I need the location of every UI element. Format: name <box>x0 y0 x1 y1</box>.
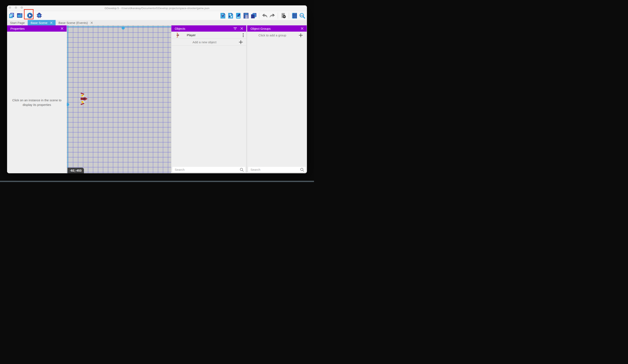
minimize-window-button[interactable] <box>15 6 17 9</box>
redo-button[interactable] <box>269 13 275 19</box>
cursor-coordinates-badge: -92;-453 <box>68 168 84 173</box>
instances-list-icon <box>243 13 249 19</box>
grid-icon <box>292 13 298 19</box>
panel-title: Properties <box>10 27 25 30</box>
start-preview-button[interactable] <box>27 12 33 18</box>
zoom-window-button[interactable] <box>21 6 23 9</box>
filter-icon <box>234 27 237 30</box>
close-panel-button[interactable] <box>60 26 65 31</box>
window-title: GDevelop 5 - /Users/dkarakay/Documents/G… <box>7 7 307 10</box>
svg-text:1:1: 1:1 <box>301 14 303 16</box>
kebab-menu-icon <box>242 33 244 37</box>
add-new-object-row[interactable]: Add a new object <box>171 39 246 46</box>
zoom-original-button[interactable]: 1:1 <box>299 13 305 19</box>
tab-start-page[interactable]: Start Page <box>7 20 28 25</box>
redo-icon <box>269 13 275 19</box>
zoom-1-1-icon: 1:1 <box>299 13 305 19</box>
tab-label: Base Scene (Events) <box>59 21 88 25</box>
properties-panel: Properties Click on an instance in the s… <box>7 25 67 173</box>
object-name: Player <box>187 33 240 37</box>
properties-panel-header: Properties <box>7 25 67 32</box>
panel-title: Objects <box>175 27 185 30</box>
groups-search-bar <box>248 167 306 173</box>
project-manager-icon <box>8 12 14 18</box>
tab-base-scene[interactable]: Base Scene <box>28 20 56 25</box>
object-menu-button[interactable] <box>240 33 246 37</box>
objects-panel: Objects Player <box>171 25 246 173</box>
properties-icon <box>235 13 241 19</box>
tab-bar: Start Page Base Scene Base Scene (Events… <box>7 20 307 25</box>
desktop-bottom-strip <box>0 181 314 182</box>
search-icon[interactable] <box>240 168 244 172</box>
add-group-label: Click to add a group <box>247 34 298 37</box>
groups-search-input[interactable] <box>250 168 300 171</box>
scene-canvas[interactable]: -92;-453 <box>67 25 171 173</box>
add-object-button[interactable] <box>237 40 244 44</box>
title-bar: GDevelop 5 - /Users/dkarakay/Documents/G… <box>7 5 307 11</box>
close-panel-button[interactable] <box>239 26 244 31</box>
layers-icon <box>251 13 257 19</box>
close-icon <box>301 27 304 30</box>
close-window-button[interactable] <box>9 6 11 9</box>
main-toolbar: 1:1 <box>7 11 307 20</box>
player-instance[interactable] <box>79 92 88 105</box>
open-instances-list-button[interactable] <box>243 13 249 19</box>
close-icon <box>61 27 64 30</box>
tab-label: Base Scene <box>31 21 48 25</box>
objects-search-input[interactable] <box>175 168 240 171</box>
close-tab-icon[interactable] <box>90 21 93 24</box>
project-manager-button[interactable] <box>8 12 14 18</box>
gdevelop-window: GDevelop 5 - /Users/dkarakay/Documents/G… <box>7 5 307 173</box>
object-groups-panel: Object Groups Click to add a group <box>247 25 307 173</box>
objects-editor-icon <box>220 13 226 19</box>
start-preview-icon <box>27 12 33 18</box>
traffic-lights <box>9 6 23 9</box>
add-new-object-label: Add a new object <box>171 40 237 44</box>
window-mask-icon <box>280 13 287 19</box>
game-window-left-border <box>68 25 68 173</box>
add-group-button[interactable] <box>298 33 304 37</box>
open-objects-editor-button[interactable] <box>220 13 226 19</box>
undo-icon <box>261 13 268 19</box>
open-properties-button[interactable] <box>235 13 241 19</box>
objects-search-bar <box>172 167 245 173</box>
plus-icon <box>299 33 303 37</box>
objects-panel-header: Objects <box>171 25 246 32</box>
open-layers-button[interactable] <box>250 13 257 19</box>
search-icon[interactable] <box>300 168 304 172</box>
game-window-left-handle[interactable] <box>67 103 69 106</box>
toolbar-separator <box>289 12 289 19</box>
open-object-groups-editor-button[interactable] <box>227 13 234 19</box>
toggle-window-mask-button[interactable] <box>280 13 287 19</box>
add-group-row[interactable]: Click to add a group <box>247 32 307 39</box>
properties-empty-message: Click on an instance in the scene to dis… <box>12 98 62 107</box>
game-window-top-handle[interactable] <box>122 26 125 30</box>
tab-label: Start Page <box>10 21 25 25</box>
panel-title: Object Groups <box>250 27 271 30</box>
close-panel-button[interactable] <box>300 26 305 31</box>
object-groups-panel-header: Object Groups <box>247 25 307 32</box>
toggle-grid-button[interactable] <box>291 13 298 19</box>
close-icon <box>240 27 243 30</box>
object-list-item-player[interactable]: Player <box>171 32 246 39</box>
object-groups-editor-icon <box>228 13 234 19</box>
close-tab-icon[interactable] <box>50 21 53 24</box>
toolbar-separator <box>259 12 259 19</box>
player-object-thumbnail <box>176 33 179 38</box>
scene-window-icon <box>17 12 23 18</box>
tab-base-scene-events[interactable]: Base Scene (Events) <box>56 20 96 25</box>
scene-window-button[interactable] <box>16 12 23 18</box>
debug-button[interactable] <box>36 12 42 18</box>
game-window-top-border <box>67 26 171 27</box>
filter-objects-button[interactable] <box>233 26 237 31</box>
debug-icon <box>36 12 42 18</box>
plus-icon <box>239 40 243 44</box>
undo-button[interactable] <box>261 13 268 19</box>
